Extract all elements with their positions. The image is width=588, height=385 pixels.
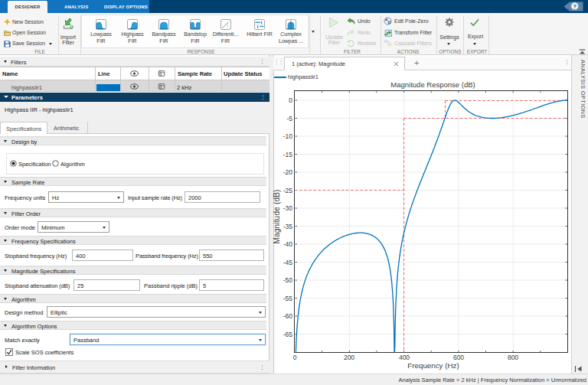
svg-text:-10: -10 [283,132,293,140]
svg-text:0: 0 [289,96,292,104]
svg-text:-5: -5 [286,115,292,122]
svg-text:200: 200 [344,354,354,361]
svg-text:600: 600 [453,354,464,361]
svg-text:-35: -35 [283,223,293,230]
svg-text:400: 400 [399,354,410,361]
svg-text:-25: -25 [283,187,293,194]
svg-text:-20: -20 [283,168,293,176]
svg-text:-60: -60 [283,312,293,320]
svg-text:Magnitude Response (dB): Magnitude Response (dB) [390,80,475,89]
svg-text:0: 0 [293,354,297,361]
svg-text:-45: -45 [283,259,293,266]
svg-text:-30: -30 [283,204,293,212]
svg-text:Magnitude (dB): Magnitude (dB) [273,189,281,243]
svg-text:-15: -15 [283,151,293,158]
svg-text:800: 800 [508,354,518,361]
svg-text:Frequency (Hz): Frequency (Hz) [407,361,459,370]
svg-text:-65: -65 [283,331,293,338]
svg-text:-55: -55 [283,295,293,302]
svg-text:-50: -50 [283,276,293,284]
svg-text:-40: -40 [283,240,293,248]
